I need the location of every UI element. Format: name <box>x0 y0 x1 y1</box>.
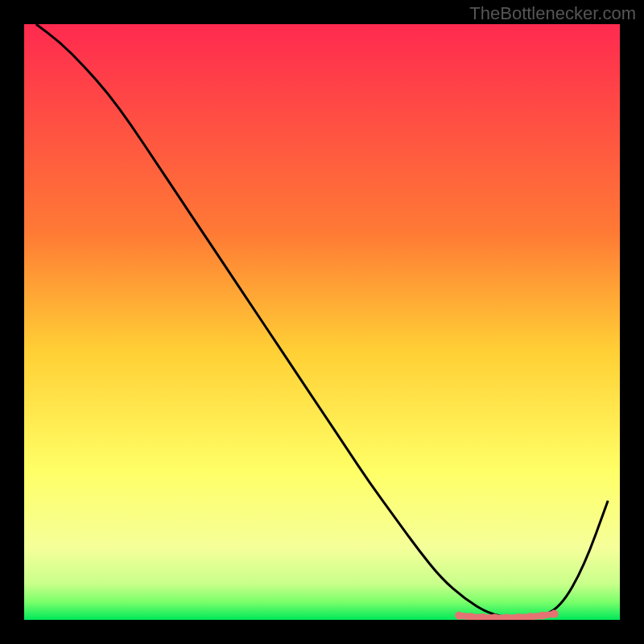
gradient-background <box>24 24 620 620</box>
sweet-spot-point <box>551 610 559 618</box>
sweet-spot-point <box>539 612 547 620</box>
chart-svg <box>24 24 620 620</box>
chart-container: TheBottlenecker.com <box>0 0 644 644</box>
watermark-text: TheBottlenecker.com <box>469 3 636 24</box>
sweet-spot-point <box>455 612 463 620</box>
plot-area <box>24 24 620 620</box>
